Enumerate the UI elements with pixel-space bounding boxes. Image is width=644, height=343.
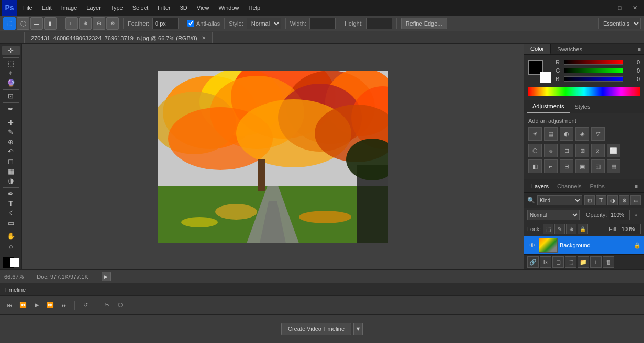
filter-smart-icon[interactable]: ⚙ <box>619 195 629 205</box>
go-to-last-btn[interactable]: ⏭ <box>59 300 69 311</box>
r-slider[interactable] <box>564 60 623 65</box>
g-slider[interactable] <box>564 68 623 73</box>
create-timeline-dropdown[interactable]: ▼ <box>353 323 363 335</box>
height-input[interactable] <box>366 18 392 29</box>
quick-select-tool-btn[interactable]: 🔮 <box>2 78 20 87</box>
healing-tool-btn[interactable]: ✚ <box>2 118 20 127</box>
menu-file[interactable]: File <box>19 2 37 14</box>
gradient-tool-btn[interactable]: ▦ <box>2 167 20 176</box>
tab-close-icon[interactable]: ✕ <box>202 35 206 41</box>
menu-window[interactable]: Window <box>214 2 243 14</box>
lock-position-icon[interactable]: ⊕ <box>566 224 576 234</box>
new-adjustment-btn[interactable]: ⬚ <box>565 256 576 268</box>
adj-levels-icon[interactable]: ▤ <box>544 127 558 141</box>
swatches-tab[interactable]: Swatches <box>551 44 589 54</box>
status-arrow-btn[interactable]: ▶ <box>102 272 111 281</box>
layers-tab[interactable]: Layers <box>527 179 553 193</box>
menu-image[interactable]: Image <box>57 2 82 14</box>
refine-edge-button[interactable]: Refine Edge... <box>401 18 447 29</box>
marquee-tool-btn[interactable]: ⬚ <box>2 59 20 68</box>
menu-edit[interactable]: Edit <box>38 2 56 14</box>
workspace-select[interactable]: Essentials <box>598 18 641 29</box>
menu-type[interactable]: Type <box>106 2 127 14</box>
filter-shape-icon[interactable]: ▭ <box>630 195 641 205</box>
adj-threshold-icon[interactable]: ⊟ <box>560 159 573 173</box>
adj-photo-icon[interactable]: ⊠ <box>575 144 589 157</box>
blend-mode-select[interactable]: Normal <box>527 210 580 220</box>
go-back-btn[interactable]: ⏪ <box>18 300 28 311</box>
adj-bw-icon[interactable]: ⊞ <box>560 144 573 157</box>
new-layer-btn[interactable]: + <box>590 256 602 268</box>
color-panel-collapse[interactable]: ≡ <box>635 44 644 54</box>
document-tab[interactable]: 270431_460864490632324_769613719_n.jpg @… <box>24 32 213 43</box>
layer-row-background[interactable]: 👁 Background 🔒 <box>524 236 644 254</box>
dodge-tool-btn[interactable]: ◑ <box>2 176 20 185</box>
layers-kind-select[interactable]: Kind <box>537 195 582 205</box>
filter-pixel-icon[interactable]: ⊡ <box>584 195 595 205</box>
adjustments-tab[interactable]: Adjustments <box>527 100 570 113</box>
color-spectrum[interactable] <box>528 87 640 96</box>
bg-color[interactable] <box>10 258 19 267</box>
intersect-selection-btn[interactable]: ⊗ <box>106 17 119 30</box>
clone-tool-btn[interactable]: ⊕ <box>2 138 20 146</box>
menu-layer[interactable]: Layer <box>82 2 105 14</box>
paths-tab[interactable]: Paths <box>586 179 609 193</box>
minimize-button[interactable]: ─ <box>598 2 613 14</box>
rect-marquee-btn[interactable]: ⬚ <box>3 17 16 30</box>
type-tool-btn[interactable]: T <box>2 199 20 208</box>
create-video-timeline-btn[interactable]: Create Video Timeline <box>281 323 351 335</box>
crop-tool-btn[interactable]: ⊡ <box>2 92 20 100</box>
adj-colbalance-icon[interactable]: ⌾ <box>544 144 558 157</box>
loop-btn[interactable]: ↺ <box>80 300 91 311</box>
single-row-btn[interactable]: ▬ <box>30 17 43 30</box>
channels-tab[interactable]: Channels <box>553 179 585 193</box>
ellip-marquee-btn[interactable]: ◯ <box>17 17 29 30</box>
eraser-tool-btn[interactable]: ◻ <box>2 157 20 166</box>
adj-posterize-icon[interactable]: ⌐ <box>544 159 558 173</box>
adj-vibrance-icon[interactable]: ▽ <box>591 127 605 141</box>
pen-tool-btn[interactable]: ✒ <box>2 189 20 198</box>
hand-tool-btn[interactable]: ✋ <box>2 232 20 241</box>
adj-selectcolor-icon[interactable]: ◱ <box>591 159 605 173</box>
bg-color-box[interactable] <box>540 72 551 83</box>
fill-input[interactable] <box>620 224 641 234</box>
link-layers-btn[interactable]: 🔗 <box>527 256 539 268</box>
play-btn[interactable]: ▶ <box>31 300 42 311</box>
menu-help[interactable]: Help <box>245 2 265 14</box>
adj-brightness-icon[interactable]: ☀ <box>528 127 542 141</box>
adj-gradient-icon[interactable]: ▣ <box>575 159 589 173</box>
adj-panel-collapse[interactable]: ≡ <box>631 104 641 110</box>
maximize-button[interactable]: □ <box>613 2 627 14</box>
go-forward-btn[interactable]: ⏩ <box>45 300 55 311</box>
layers-panel-collapse[interactable]: ≡ <box>631 183 641 189</box>
new-group-btn[interactable]: 📁 <box>578 256 589 268</box>
menu-view[interactable]: View <box>193 2 214 14</box>
brush-tool-btn[interactable]: ✎ <box>2 128 20 136</box>
styles-tab[interactable]: Styles <box>570 100 596 113</box>
feather-input[interactable] <box>152 18 179 29</box>
delete-layer-btn[interactable]: 🗑 <box>603 256 614 268</box>
anti-alias-checkbox[interactable] <box>187 20 194 27</box>
opacity-input[interactable] <box>609 210 630 220</box>
fx-btn[interactable]: fx <box>540 256 551 268</box>
add-mask-btn[interactable]: ◻ <box>552 256 564 268</box>
width-input[interactable] <box>309 18 336 29</box>
zoom-tool-btn[interactable]: ⌕ <box>2 242 20 250</box>
color-preview-area[interactable] <box>528 60 551 83</box>
path-tool-btn[interactable]: ☇ <box>2 209 20 218</box>
new-selection-btn[interactable]: □ <box>65 17 78 30</box>
adj-lookup-icon[interactable]: ⬜ <box>607 144 620 157</box>
menu-filter[interactable]: Filter <box>153 2 174 14</box>
adj-chanmix-icon[interactable]: ⧖ <box>591 144 605 157</box>
filter-type-icon[interactable]: T <box>596 195 606 205</box>
go-to-first-btn[interactable]: ⏮ <box>4 300 15 311</box>
timeline-collapse-icon[interactable]: ≡ <box>637 287 640 293</box>
filter-adj-icon[interactable]: ◑ <box>607 195 618 205</box>
adj-exposure-icon[interactable]: ◈ <box>575 127 589 141</box>
expand-arrows[interactable]: » <box>634 212 637 218</box>
lasso-tool-btn[interactable]: ⌖ <box>2 69 20 78</box>
split-btn[interactable]: ⬡ <box>115 300 126 311</box>
color-swatches[interactable] <box>2 257 20 267</box>
close-button[interactable]: ✕ <box>627 2 642 14</box>
lock-all-icon[interactable]: 🔒 <box>578 224 588 234</box>
